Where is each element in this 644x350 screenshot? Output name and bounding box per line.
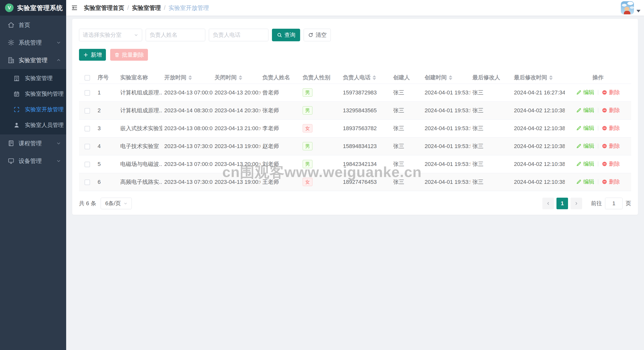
edit-button[interactable]: 编辑 [576, 178, 594, 186]
cell-owner-name: 李老师 [260, 119, 301, 137]
row-checkbox[interactable] [85, 162, 90, 167]
sidebar-item[interactable]: 实验室管理 [0, 51, 66, 69]
cell-open-time: 2023-04-13 07:00:00 [162, 84, 213, 101]
row-checkbox[interactable] [85, 144, 90, 149]
row-checkbox[interactable] [85, 108, 90, 114]
cell-owner-gender: 男 [301, 101, 341, 119]
cell-owner-name: 曾老师 [260, 84, 301, 101]
add-button[interactable]: 新增 [79, 49, 106, 61]
column-header[interactable]: 负责人电话 [341, 72, 391, 84]
pencil-icon [576, 143, 582, 149]
sidebar-item[interactable]: 首页 [0, 16, 66, 34]
column-header[interactable]: 开放时间 [162, 72, 213, 84]
action-divider [598, 126, 598, 131]
avatar-figure [624, 7, 629, 11]
cell-owner-gender: 男 [301, 84, 341, 101]
pencil-icon [576, 125, 582, 131]
edit-button[interactable]: 编辑 [576, 89, 594, 96]
edit-button[interactable]: 编辑 [576, 124, 594, 132]
pager: 1 前往 页 [541, 198, 631, 209]
pencil-icon [576, 90, 582, 95]
cell-open-time: 2023-04-13 07:30:00 [162, 173, 213, 191]
gender-tag: 女 [303, 124, 312, 132]
submenu-item[interactable]: 实验室管理 [0, 71, 66, 86]
user-dropdown-caret-icon[interactable] [636, 10, 640, 12]
cell-modify-time: 2024-04-21 16:27:34 [512, 84, 565, 101]
clear-button[interactable]: 清空 [304, 29, 331, 41]
search-button[interactable]: 查询 [272, 29, 300, 41]
menu-item-label: 实验室预约管理 [25, 90, 64, 98]
edit-button[interactable]: 编辑 [576, 107, 594, 114]
chevron-down-icon [56, 141, 61, 146]
owner-phone-input[interactable] [209, 29, 268, 41]
delete-button[interactable]: 删除 [602, 89, 620, 96]
sort-caret-icon[interactable] [239, 75, 242, 80]
avatar[interactable] [621, 1, 634, 14]
action-divider [598, 108, 598, 113]
batch-delete-button[interactable]: 批量删除 [110, 49, 148, 61]
cell-lab-name: 嵌入式技术实验室 [118, 119, 162, 137]
prev-page-button[interactable] [542, 198, 554, 209]
row-checkbox[interactable] [85, 180, 90, 185]
delete-button[interactable]: 删除 [602, 124, 620, 132]
page-size-select[interactable]: 6条/页 [101, 198, 132, 209]
goto-page-input[interactable] [605, 198, 623, 209]
sort-caret-icon[interactable] [188, 75, 192, 80]
delete-button[interactable]: 删除 [602, 160, 620, 168]
chevron-up-icon [56, 58, 61, 63]
lab-room-select-placeholder: 请选择实验分室 [83, 31, 122, 39]
cell-owner-gender: 女 [301, 119, 341, 137]
cell-create-time: 2024-04-01 19:53:52 [423, 155, 470, 173]
delete-button[interactable]: 删除 [602, 107, 620, 114]
sidebar-item[interactable]: 设备管理 [0, 152, 66, 170]
edit-button[interactable]: 编辑 [576, 142, 594, 150]
cell-owner-phone: 15973872983 [341, 84, 391, 101]
search-icon [277, 32, 282, 38]
cell-modify-time: 2024-04-02 12:10:38 [512, 137, 565, 155]
lab-room-select[interactable]: 请选择实验分室 [79, 29, 142, 41]
cell-modifier: 张三 [470, 101, 512, 119]
next-page-button[interactable] [571, 198, 582, 209]
office-building-icon [8, 57, 15, 64]
page-numbers: 1 [555, 198, 569, 209]
cell-create-time: 2024-04-01 19:53:52 [423, 119, 470, 137]
sort-caret-icon[interactable] [449, 75, 452, 80]
row-checkbox[interactable] [85, 90, 90, 96]
cell-owner-gender: 男 [301, 137, 341, 155]
sort-caret-icon[interactable] [373, 75, 376, 80]
edit-button[interactable]: 编辑 [576, 160, 594, 168]
chevron-down-icon [56, 40, 61, 45]
sidebar-item[interactable]: 系统管理 [0, 34, 66, 51]
cell-close-time: 2023-04-13 20:00:00 [213, 84, 260, 101]
delete-button[interactable]: 删除 [602, 178, 620, 186]
cell-open-time: 2023-04-13 07:30:00 [162, 137, 213, 155]
cell-lab-name: 计算机组成原理... [118, 84, 162, 101]
column-header[interactable]: 创建时间 [423, 72, 470, 84]
breadcrumb-item[interactable]: 实验室管理 [132, 4, 161, 12]
cell-creator: 张三 [391, 101, 423, 119]
gender-tag: 女 [303, 178, 312, 186]
sidebar-item[interactable]: 课程管理 [0, 134, 66, 152]
collapse-sidebar-icon[interactable] [71, 5, 78, 11]
row-checkbox[interactable] [85, 126, 90, 131]
column-header[interactable]: 最后修改时间 [512, 72, 565, 84]
cell-seq: 3 [96, 119, 118, 137]
sort-caret-icon[interactable] [549, 75, 553, 80]
calendar-icon [13, 91, 20, 97]
delete-button[interactable]: 删除 [602, 142, 620, 150]
cell-creator: 张三 [391, 173, 423, 191]
submenu-item[interactable]: 实验室预约管理 [0, 86, 66, 102]
owner-name-input[interactable] [146, 29, 205, 41]
cell-lab-name: 电磁场与电磁波... [118, 155, 162, 173]
app-logo: V 实验室管理系统 [0, 0, 66, 16]
submenu-item[interactable]: 实验室人员管理 [0, 117, 66, 133]
submenu-item[interactable]: 实验室开放管理 [0, 102, 66, 117]
breadcrumb-item[interactable]: 实验室管理首页 [84, 4, 124, 12]
page-number-button[interactable]: 1 [556, 198, 568, 209]
column-header: 负责人姓名 [260, 72, 301, 84]
action-divider [598, 90, 598, 95]
select-all-checkbox[interactable] [85, 75, 90, 81]
column-header[interactable]: 关闭时间 [213, 72, 260, 84]
cell-seq: 5 [96, 155, 118, 173]
minus-circle-icon [602, 108, 607, 113]
